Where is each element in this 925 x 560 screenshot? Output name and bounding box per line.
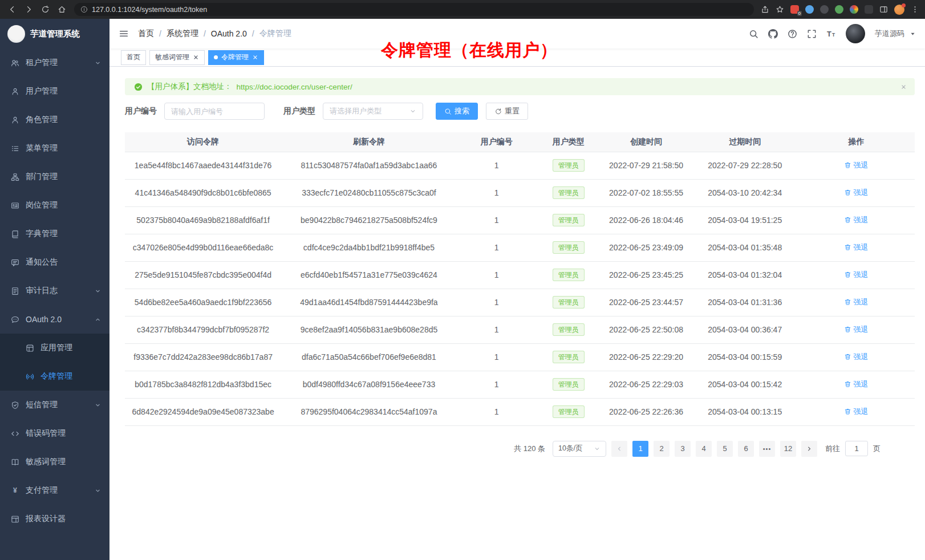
more-pages-button[interactable]: ••• [759, 441, 775, 457]
extension-icon-red[interactable]: 0 [790, 5, 799, 14]
side-panel-icon[interactable] [879, 5, 888, 14]
app-logo[interactable]: 芋道管理系统 [0, 19, 109, 48]
table-row: 1ea5e44f8bc1467aaede43144f31de76 811c530… [125, 152, 915, 179]
force-logout-button[interactable]: 强退 [844, 297, 868, 307]
force-logout-button[interactable]: 强退 [844, 270, 868, 280]
tab-token[interactable]: 令牌管理 [208, 50, 264, 65]
sidebar-item-dict[interactable]: 字典管理 [0, 220, 109, 248]
extension-icon-colorful[interactable] [850, 5, 858, 14]
sidebar-item-dept[interactable]: 部门管理 [0, 163, 109, 191]
refresh-token-cell: 8796295f04064c2983414cc54af1097a [281, 398, 456, 425]
site-info-icon[interactable] [80, 6, 88, 13]
page-button-12[interactable]: 12 [780, 441, 796, 457]
page-button-2[interactable]: 2 [654, 441, 670, 457]
sidebar-item-menu[interactable]: 菜单管理 [0, 134, 109, 163]
search-icon[interactable] [749, 29, 758, 39]
access-token-cell: 502375b8040a469a9b82188afdf6af1f [125, 206, 281, 234]
close-icon[interactable] [252, 54, 258, 60]
search-button[interactable]: 搜索 [436, 103, 478, 120]
page-button-5[interactable]: 5 [717, 441, 733, 457]
sidebar-collapse-icon[interactable] [119, 29, 129, 39]
username[interactable]: 芋道源码 [875, 29, 904, 39]
token-table-body: 1ea5e44f8bc1467aaede43144f31de76 811c530… [125, 152, 915, 425]
back-icon[interactable] [8, 5, 17, 14]
help-icon[interactable] [788, 29, 797, 39]
share-icon[interactable] [761, 5, 769, 14]
force-logout-button[interactable]: 强退 [844, 324, 868, 335]
expire-time-cell: 2022-07-29 22:28:50 [692, 152, 798, 179]
sidebar-item-oauth2[interactable]: OAuth 2.0 [0, 305, 109, 334]
chevron-down-icon [95, 288, 101, 294]
force-logout-button[interactable]: 强退 [844, 215, 868, 225]
page-button-3[interactable]: 3 [675, 441, 691, 457]
sidebar-item-post[interactable]: 岗位管理 [0, 191, 109, 220]
sidebar-item-report-designer[interactable]: 报表设计器 [0, 505, 109, 533]
prev-page-button[interactable] [611, 441, 627, 457]
force-logout-button[interactable]: 强退 [844, 188, 868, 198]
address-bar[interactable]: 127.0.0.1:1024/system/oauth2/token [74, 3, 754, 16]
user-type-select[interactable]: 请选择用户类型 [323, 103, 423, 120]
page-button-1[interactable]: 1 [632, 441, 648, 457]
alert-close-icon[interactable] [900, 84, 907, 90]
user-type-badge: 管理员 [553, 269, 585, 281]
page-size-select[interactable]: 10条/页 [553, 441, 606, 457]
extension-icon-green[interactable] [835, 5, 843, 14]
sidebar-item-sensitive-word[interactable]: 敏感词管理 [0, 448, 109, 476]
extension-icon-dark[interactable] [820, 5, 829, 14]
breadcrumb-system[interactable]: 系统管理 [167, 29, 198, 39]
sidebar-item-sms[interactable]: 短信管理 [0, 391, 109, 419]
header-actions: 芋道源码 [749, 24, 916, 43]
user-id-input[interactable] [164, 103, 265, 120]
close-icon[interactable] [193, 54, 199, 60]
bookmark-star-icon[interactable] [776, 5, 784, 14]
breadcrumb-oauth2[interactable]: OAuth 2.0 [211, 29, 247, 38]
access-token-cell: 275e5de9151045fe87cbdc395e004f4d [125, 261, 281, 289]
sidebar-item-pay[interactable]: 支付管理 [0, 476, 109, 505]
page-button-4[interactable]: 4 [696, 441, 712, 457]
access-token-cell: c342377bf8b344799dcbf7bf095287f2 [125, 316, 281, 343]
force-logout-button[interactable]: 强退 [844, 242, 868, 253]
extensions-puzzle-icon[interactable] [865, 5, 873, 14]
user-avatar[interactable] [846, 24, 865, 43]
forward-icon[interactable] [25, 5, 33, 14]
sidebar-item-audit-log[interactable]: 审计日志 [0, 277, 109, 305]
font-size-icon[interactable] [826, 29, 836, 39]
force-logout-button[interactable]: 强退 [844, 160, 868, 171]
refresh-token-cell: 811c530487574fa0af1a59d3abc1aa66 [281, 152, 456, 179]
doc-link[interactable]: https://doc.iocoder.cn/user-center/ [237, 83, 352, 91]
force-logout-button[interactable]: 强退 [844, 379, 868, 389]
page-button-6[interactable]: 6 [738, 441, 754, 457]
token-table: 访问令牌 刷新令牌 用户编号 用户类型 创建时间 过期时间 操作 1ea5e44… [125, 132, 915, 426]
browser-menu-icon[interactable] [911, 5, 919, 14]
browser-chrome: 127.0.0.1:1024/system/oauth2/token 0 [0, 0, 925, 19]
extension-icon-blue[interactable] [805, 5, 814, 14]
reload-icon[interactable] [41, 5, 50, 14]
fullscreen-icon[interactable] [807, 29, 817, 39]
sidebar-item-error-code[interactable]: 错误码管理 [0, 419, 109, 448]
sidebar-item-tenant[interactable]: 租户管理 [0, 48, 109, 77]
delete-icon [844, 380, 851, 388]
github-icon[interactable] [768, 29, 778, 39]
user-type-badge: 管理员 [553, 378, 585, 391]
goto-page-input[interactable] [845, 441, 868, 456]
sidebar-item-oauth2-token[interactable]: 令牌管理 [0, 362, 109, 391]
col-access-token: 访问令牌 [125, 132, 281, 152]
force-logout-button[interactable]: 强退 [844, 352, 868, 362]
reset-button[interactable]: 重置 [486, 103, 528, 120]
alert-text: 【用户体系】文档地址： [147, 82, 232, 92]
sidebar-item-user[interactable]: 用户管理 [0, 77, 109, 105]
browser-profile-avatar[interactable] [894, 5, 904, 15]
breadcrumb-home[interactable]: 首页 [138, 29, 154, 39]
next-page-button[interactable] [801, 441, 817, 457]
sidebar-item-oauth2-application[interactable]: 应用管理 [0, 334, 109, 362]
user-type-cell: 管理员 [537, 289, 601, 316]
user-id-label: 用户编号 [125, 106, 157, 116]
home-icon[interactable] [58, 5, 66, 14]
caret-down-icon[interactable] [910, 31, 916, 37]
tab-label: 令牌管理 [221, 52, 249, 62]
tab-home[interactable]: 首页 [121, 50, 146, 65]
tab-sensitive-word[interactable]: 敏感词管理 [149, 50, 205, 65]
sidebar-item-notice[interactable]: 通知公告 [0, 248, 109, 277]
force-logout-button[interactable]: 强退 [844, 407, 868, 417]
sidebar-item-role[interactable]: 角色管理 [0, 105, 109, 134]
